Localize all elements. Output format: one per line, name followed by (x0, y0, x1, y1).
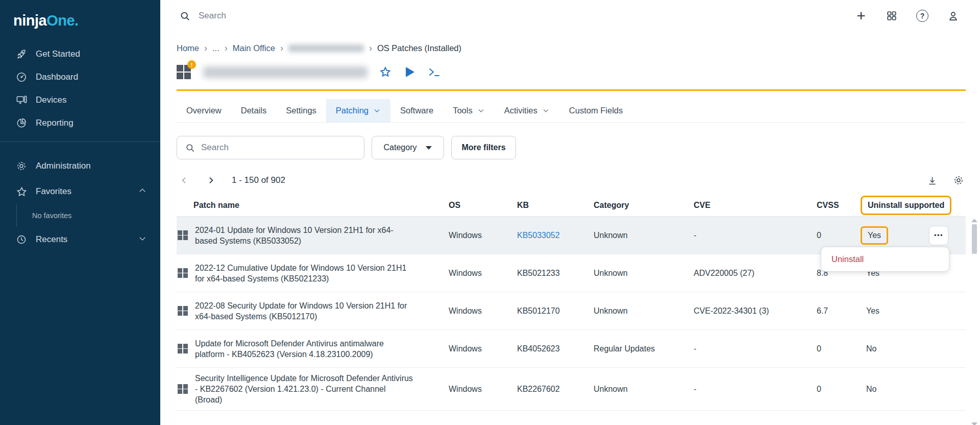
kb-cell: KB5012170 (517, 306, 594, 316)
tab-overview[interactable]: Overview (177, 99, 231, 122)
row-actions-menu: Uninstall (821, 247, 949, 272)
gear-icon (953, 175, 964, 186)
terminal-icon (428, 66, 441, 78)
kb-link[interactable]: KB5033052 (517, 231, 594, 240)
sidebar-item-label: Devices (36, 95, 66, 105)
sidebar-item-administration[interactable]: Administration (0, 153, 160, 179)
breadcrumb-separator: › (225, 43, 228, 54)
plus-icon: + (856, 10, 866, 21)
sidebar-item-label: Dashboard (36, 72, 78, 82)
sidebar-divider (0, 141, 160, 142)
windows-icon (178, 306, 188, 316)
breadcrumb-separator: › (369, 43, 372, 54)
terminal-button[interactable] (428, 65, 441, 79)
patch-search-input[interactable]: Search (177, 136, 364, 159)
os-cell: Windows (449, 306, 517, 316)
column-header-category[interactable]: Category (594, 201, 694, 210)
scroll-down-arrow[interactable] (971, 422, 977, 425)
breadcrumb-main-office[interactable]: Main Office (233, 43, 275, 53)
previous-page-button[interactable] (177, 173, 192, 188)
windows-icon (178, 268, 188, 278)
chevron-down-icon[interactable] (138, 234, 147, 245)
add-button[interactable]: + (854, 9, 868, 22)
global-search-placeholder: Search (199, 11, 226, 21)
patch-name-cell: Security Intelligence Update for Microso… (193, 373, 414, 405)
sidebar-item-label: Administration (36, 161, 91, 171)
table-row[interactable]: Update for Microsoft Defender Antivirus … (177, 330, 966, 368)
category-cell: Unknown (594, 269, 694, 278)
sidebar-item-favorites[interactable]: Favorites (0, 179, 160, 204)
search-icon (180, 11, 190, 21)
breadcrumb-device-name-redacted[interactable] (288, 44, 364, 52)
column-header-uninstall-supported[interactable]: Uninstall supported (861, 196, 951, 215)
tab-software[interactable]: Software (390, 99, 443, 122)
category-dropdown[interactable]: Category (372, 136, 444, 159)
cvss-cell: 0 (817, 385, 866, 394)
ninjaone-logo[interactable]: ninjaOne. (0, 0, 160, 42)
vertical-scrollbar[interactable] (971, 216, 978, 425)
next-page-button[interactable] (203, 173, 218, 188)
tab-custom-fields[interactable]: Custom Fields (559, 99, 632, 122)
device-header-rule (177, 89, 966, 91)
cvss-cell: 6.7 (817, 306, 866, 316)
scroll-up-arrow[interactable] (971, 219, 977, 222)
category-cell: Unknown (594, 231, 694, 240)
uninstall-supported-cell-highlighted: Yes (861, 226, 888, 245)
kb-cell: KB4052623 (517, 344, 594, 353)
tab-details[interactable]: Details (231, 99, 276, 122)
chevron-down-icon (542, 107, 550, 114)
favorites-empty-row: No favorites (16, 204, 160, 227)
favorite-device-button[interactable] (379, 65, 392, 79)
breadcrumb-collapsed[interactable]: ... (212, 43, 219, 53)
column-header-patch-name[interactable]: Patch name (193, 201, 449, 210)
sidebar-item-label: Get Started (36, 49, 80, 59)
uninstall-supported-cell: No (866, 385, 927, 394)
more-filters-button[interactable]: More filters (451, 136, 516, 159)
alert-badge: ! (187, 60, 196, 69)
column-header-cvss[interactable]: CVSS (817, 201, 866, 210)
table-settings-button[interactable] (951, 173, 966, 187)
table-row[interactable]: Security Intelligence Update for Microso… (177, 368, 966, 411)
sidebar-item-devices[interactable]: Devices (0, 88, 160, 111)
sidebar-item-label: Reporting (36, 118, 74, 128)
sidebar-item-get-started[interactable]: Get Started (0, 42, 160, 65)
column-header-cve[interactable]: CVE (694, 201, 817, 210)
menu-item-uninstall[interactable]: Uninstall (821, 254, 949, 264)
caret-down-icon (426, 146, 432, 150)
vertical-scroll-thumb[interactable] (972, 224, 977, 254)
global-search-input[interactable]: Search (180, 11, 854, 21)
category-cell: Unknown (594, 306, 694, 316)
table-header-row: Patch name OS KB Category CVE CVSS Unins… (177, 194, 966, 217)
user-menu-button[interactable] (946, 9, 960, 22)
tab-tools[interactable]: Tools (443, 99, 495, 122)
table-row[interactable]: 2022-08 Security Update for Windows 10 V… (177, 292, 966, 330)
sidebar-item-label: Favorites (36, 186, 71, 197)
column-header-kb[interactable]: KB (517, 201, 594, 210)
tab-settings[interactable]: Settings (276, 99, 326, 122)
download-button[interactable] (925, 173, 939, 187)
play-icon (406, 67, 414, 77)
tab-patching[interactable]: Patching (326, 99, 390, 122)
sidebar-item-dashboard[interactable]: Dashboard (0, 65, 160, 88)
run-device-button[interactable] (403, 65, 416, 79)
chevron-up-icon[interactable] (138, 186, 147, 197)
download-icon (927, 175, 938, 186)
os-cell: Windows (449, 344, 517, 353)
row-actions-button[interactable]: ••• (929, 226, 948, 245)
sidebar-item-reporting[interactable]: Reporting (0, 111, 160, 134)
user-icon (947, 10, 959, 22)
category-label: Category (384, 143, 417, 152)
breadcrumb-home[interactable]: Home (177, 43, 199, 53)
apps-grid-button[interactable] (885, 9, 898, 22)
patch-name-cell: 2022-08 Security Update for Windows 10 V… (193, 300, 414, 322)
help-button[interactable]: ? (916, 9, 929, 22)
breadcrumb-separator: › (280, 43, 283, 54)
tab-activities[interactable]: Activities (495, 99, 559, 122)
category-cell: Regular Updates (594, 344, 694, 353)
gauge-icon (15, 71, 28, 83)
sidebar-item-recents[interactable]: Recents (0, 227, 160, 252)
cve-cell: - (694, 231, 817, 240)
logo-text-ninja: ninja (13, 12, 46, 29)
no-favorites-label: No favorites (32, 211, 71, 220)
column-header-os[interactable]: OS (449, 201, 517, 210)
